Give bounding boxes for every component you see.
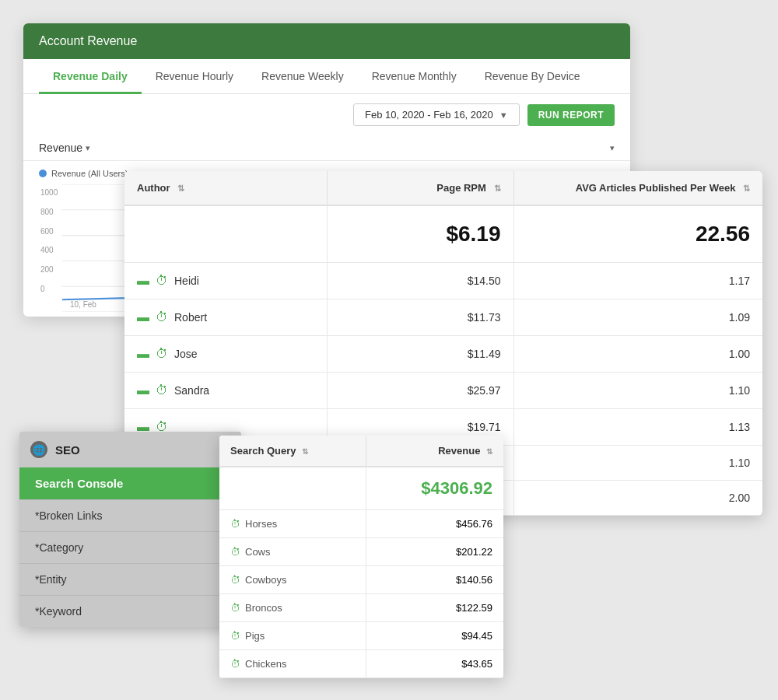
tab-bar: Revenue Daily Revenue Hourly Revenue Wee… — [23, 59, 630, 94]
sc-col-query[interactable]: Search Query ⇅ — [219, 436, 366, 467]
legend-dot-icon — [39, 170, 47, 177]
seo-broken-links-item[interactable]: *Broken Links — [19, 499, 241, 531]
sort-icon-author: ⇅ — [177, 184, 184, 194]
tab-revenue-monthly[interactable]: Revenue Monthly — [358, 59, 471, 94]
table-row: ▬ ⏱ Heidi $14.50 1.17 — [124, 263, 762, 299]
total-avg-cell: 22.56 — [513, 205, 762, 263]
sort-icon-avg: ⇅ — [743, 184, 750, 194]
sc-query-cell: ⏱ Cows — [219, 538, 366, 566]
seo-title: SEO — [55, 443, 80, 457]
sc-table: Search Query ⇅ Revenue ⇅ $4306.92 ⏱ Hors… — [219, 436, 503, 678]
clock-icon: ⏱ — [156, 383, 168, 397]
sc-query-cell: ⏱ Pigs — [219, 622, 366, 650]
sc-total-revenue: $4306.92 — [366, 467, 503, 510]
author-box-icon: ▬ — [137, 347, 149, 361]
tab-revenue-daily[interactable]: Revenue Daily — [39, 59, 142, 94]
clock-icon: ⏱ — [156, 274, 168, 288]
sc-revenue-cell: $43.65 — [366, 650, 503, 678]
seo-entity-item[interactable]: *Entity — [19, 563, 241, 595]
col-header-avg[interactable]: AVG Articles Published Per Week ⇅ — [513, 171, 762, 205]
search-console-table: Search Query ⇅ Revenue ⇅ $4306.92 ⏱ Hors… — [219, 436, 503, 678]
author-box-icon: ▬ — [137, 274, 149, 288]
avg-cell: 1.00 — [513, 336, 762, 373]
date-range-arrow: ▼ — [499, 110, 508, 120]
tab-revenue-hourly[interactable]: Revenue Hourly — [142, 59, 247, 94]
clock-icon: ⏱ — [230, 518, 240, 530]
y-label-200: 200 — [40, 265, 58, 274]
avg-cell: 1.09 — [513, 299, 762, 336]
revenue-dropdown[interactable]: Revenue ▾ — [39, 142, 90, 154]
table-row-total: $6.19 22.56 — [124, 205, 762, 263]
sc-query-cell: ⏱ Cowboys — [219, 566, 366, 594]
author-name: Heidi — [174, 275, 199, 287]
card-title: Account Revenue — [39, 34, 137, 47]
card-toolbar: Feb 10, 2020 - Feb 16, 2020 ▼ RUN REPORT — [23, 94, 630, 135]
clock-icon: ⏱ — [156, 310, 168, 324]
sc-query-cell: ⏱ Chickens — [219, 650, 366, 678]
y-axis: 1000 800 600 400 200 0 — [40, 188, 58, 293]
sc-col-revenue[interactable]: Revenue ⇅ — [366, 436, 503, 467]
clock-icon: ⏱ — [230, 602, 240, 614]
sort-icon-rpm: ⇅ — [494, 184, 501, 194]
col-header-rpm[interactable]: Page RPM ⇅ — [327, 171, 513, 205]
seo-header[interactable]: 🌐 SEO ▾ — [19, 432, 241, 467]
avg-cell: 1.13 — [513, 409, 762, 446]
sort-icon-revenue: ⇅ — [486, 447, 492, 456]
date-range-picker[interactable]: Feb 10, 2020 - Feb 16, 2020 ▼ — [353, 103, 520, 126]
chevron-down-icon: ▾ — [610, 143, 615, 153]
list-item: ⏱ Horses $456.76 — [219, 510, 503, 538]
sc-revenue-cell: $140.56 — [366, 566, 503, 594]
y-label-400: 400 — [40, 246, 58, 254]
sc-total-query — [219, 467, 366, 510]
col-header-author[interactable]: Author ⇅ — [124, 171, 327, 205]
table-row: ▬ ⏱ Robert $11.73 1.09 — [124, 299, 762, 336]
list-item: ⏱ Cowboys $140.56 — [219, 566, 503, 594]
seo-keyword-item[interactable]: *Keyword — [19, 595, 241, 627]
author-name: Robert — [174, 311, 207, 324]
list-item: ⏱ Chickens $43.65 — [219, 650, 503, 678]
list-item: ⏱ Broncos $122.59 — [219, 594, 503, 622]
x-axis-label: 10, Feb — [70, 300, 96, 309]
author-box-icon: ▬ — [137, 383, 149, 397]
list-item: ⏱ Pigs $94.45 — [219, 622, 503, 650]
seo-category-item[interactable]: *Category — [19, 531, 241, 563]
author-cell: ▬ ⏱ Robert — [124, 299, 327, 336]
y-label-800: 800 — [40, 208, 58, 216]
table-row: ▬ ⏱ Sandra $25.97 1.10 — [124, 373, 762, 409]
clock-icon: ⏱ — [156, 347, 168, 361]
list-item: ⏱ Cows $201.22 — [219, 538, 503, 566]
globe-icon: 🌐 — [30, 441, 47, 458]
avg-cell: 1.10 — [513, 446, 762, 481]
seo-panel: 🌐 SEO ▾ Search Console *Broken Links *Ca… — [19, 432, 241, 627]
sc-query-cell: ⏱ Horses — [219, 510, 366, 538]
author-name: Jose — [174, 348, 198, 360]
run-report-button[interactable]: RUN REPORT — [527, 104, 615, 126]
author-box-icon: ▬ — [137, 310, 149, 324]
sc-revenue-cell: $122.59 — [366, 594, 503, 622]
clock-icon: ⏱ — [230, 546, 240, 558]
seo-search-console-item[interactable]: Search Console — [19, 467, 241, 499]
author-cell: ▬ ⏱ Sandra — [124, 373, 327, 409]
avg-cell: 1.17 — [513, 263, 762, 299]
chart-options-dropdown[interactable]: ▾ — [610, 143, 615, 153]
author-cell: ▬ ⏱ Heidi — [124, 263, 327, 299]
sc-revenue-cell: $201.22 — [366, 538, 503, 566]
chevron-down-icon: ▾ — [86, 143, 90, 153]
rpm-cell: $14.50 — [327, 263, 513, 299]
tab-revenue-weekly[interactable]: Revenue Weekly — [247, 59, 358, 94]
avg-cell: 2.00 — [513, 481, 762, 516]
chart-dropdown-row: Revenue ▾ ▾ — [23, 135, 630, 161]
tab-revenue-by-device[interactable]: Revenue By Device — [471, 59, 594, 94]
sc-query-cell: ⏱ Broncos — [219, 594, 366, 622]
table-row: ▬ ⏱ Jose $11.49 1.00 — [124, 336, 762, 373]
card-header: Account Revenue — [23, 23, 630, 59]
y-label-600: 600 — [40, 227, 58, 236]
legend-label: Revenue (All Users) — [51, 169, 128, 178]
sc-revenue-cell: $456.76 — [366, 510, 503, 538]
revenue-dropdown-label: Revenue — [39, 142, 82, 154]
sort-icon-query: ⇅ — [302, 447, 308, 456]
avg-cell: 1.10 — [513, 373, 762, 409]
total-author-cell — [124, 205, 327, 263]
rpm-cell: $25.97 — [327, 373, 513, 409]
sc-revenue-cell: $94.45 — [366, 622, 503, 650]
